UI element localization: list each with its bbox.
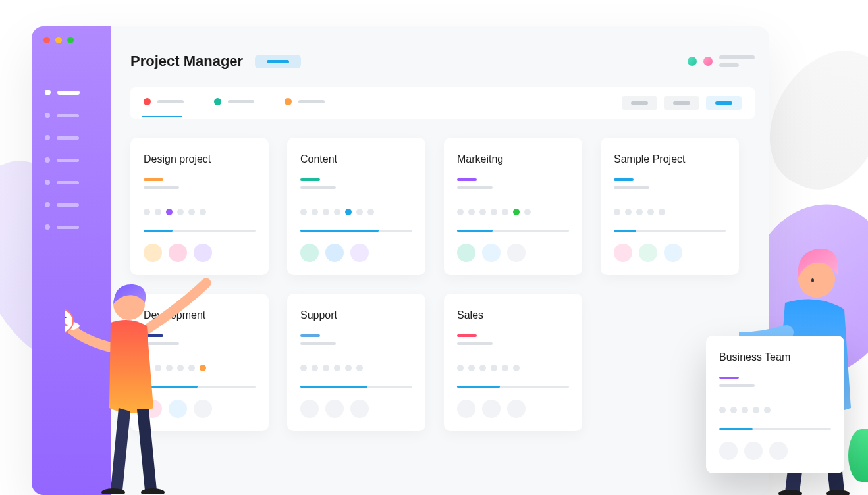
svg-point-10	[826, 490, 850, 495]
sidebar-item-3[interactable]	[45, 157, 111, 163]
floating-project-card[interactable]: Business Team	[706, 336, 844, 473]
card-accent-bar	[457, 178, 477, 181]
window-maximize-button[interactable]	[67, 37, 74, 43]
card-dot	[334, 209, 340, 215]
window-controls	[32, 37, 111, 43]
card-dot	[356, 209, 363, 215]
tab-1[interactable]	[214, 98, 254, 108]
header-user-area	[688, 55, 755, 67]
sidebar-item-2[interactable]	[45, 135, 111, 140]
tab-dot-icon	[285, 98, 292, 105]
tab-bar	[130, 87, 755, 119]
placeholder-line	[57, 181, 79, 184]
tab-action-button-1[interactable]	[664, 96, 699, 110]
placeholder-line	[457, 342, 493, 345]
project-card-1[interactable]: Content	[287, 138, 425, 275]
card-title: Markeitng	[457, 153, 569, 165]
card-title: Sample Project	[614, 153, 726, 165]
tab-2[interactable]	[285, 98, 325, 108]
progress-fill	[457, 230, 493, 232]
tab-0[interactable]	[144, 98, 184, 108]
card-dot-row	[719, 407, 831, 413]
card-title: Sales	[457, 309, 569, 321]
placeholder-line	[57, 136, 79, 140]
avatar-circle	[457, 400, 475, 418]
placeholder-line	[673, 101, 690, 105]
card-dot	[300, 365, 307, 371]
main-content: Project Manager	[130, 53, 755, 495]
progress-fill	[300, 230, 379, 232]
card-avatar-row	[614, 244, 726, 262]
user-name-placeholder	[719, 55, 755, 67]
card-dot	[468, 365, 475, 371]
tab-action-button-0[interactable]	[622, 96, 657, 110]
project-card-0[interactable]: Design project	[130, 138, 269, 275]
card-dot	[177, 209, 184, 215]
progress-bar	[457, 230, 569, 232]
page-header: Project Manager	[130, 53, 755, 70]
card-dot	[345, 365, 352, 371]
card-avatar-row	[457, 400, 569, 418]
tab-dot-icon	[214, 98, 221, 105]
card-dot	[144, 209, 150, 215]
dot-icon	[45, 90, 51, 95]
window-close-button[interactable]	[43, 37, 50, 43]
svg-point-5	[141, 488, 165, 494]
card-dot	[614, 209, 620, 215]
card-avatar-row	[300, 400, 412, 418]
card-dot	[625, 209, 632, 215]
sidebar-item-6[interactable]	[45, 224, 111, 230]
header-action-pill[interactable]	[255, 55, 301, 68]
card-accent-bar	[719, 377, 739, 379]
card-title: Support	[300, 309, 412, 321]
card-dot	[334, 365, 340, 371]
placeholder-line	[57, 114, 79, 117]
card-dot	[345, 209, 352, 215]
progress-fill	[614, 230, 636, 232]
window-minimize-button[interactable]	[55, 37, 62, 43]
progress-fill	[144, 230, 173, 232]
placeholder-line	[57, 91, 80, 95]
card-title: Design project	[144, 153, 256, 165]
avatar-icon[interactable]	[703, 57, 713, 66]
placeholder-line	[144, 186, 179, 189]
sidebar-item-4[interactable]	[45, 180, 111, 185]
project-card-2[interactable]: Markeitng	[444, 138, 582, 275]
card-dot-row	[457, 209, 569, 215]
card-title: Business Team	[719, 352, 831, 363]
card-dot	[502, 209, 508, 215]
project-card-5[interactable]: Support	[287, 294, 425, 431]
sidebar-item-1[interactable]	[45, 113, 111, 118]
tab-action-button-2[interactable]	[706, 96, 742, 110]
card-dot	[502, 365, 508, 371]
card-dot-row	[457, 365, 569, 371]
avatar-circle	[457, 244, 475, 262]
placeholder-line	[457, 186, 493, 189]
card-dot	[323, 365, 329, 371]
avatar-circle	[169, 244, 187, 262]
progress-bar	[719, 428, 831, 430]
dot-icon	[45, 224, 50, 230]
card-dot-row	[144, 209, 256, 215]
card-dot	[479, 365, 486, 371]
placeholder-line	[300, 186, 336, 189]
sidebar-item-5[interactable]	[45, 202, 111, 207]
avatar-circle	[300, 400, 319, 418]
avatar-circle	[325, 400, 344, 418]
dot-icon	[45, 202, 50, 207]
card-dot	[647, 209, 654, 215]
card-accent-bar	[614, 178, 634, 181]
card-dot	[323, 209, 329, 215]
sidebar-item-0[interactable]	[45, 90, 111, 95]
avatar-circle	[639, 244, 657, 262]
placeholder-line	[57, 226, 79, 229]
project-card-6[interactable]: Sales	[444, 294, 582, 431]
avatar-circle	[744, 442, 763, 460]
card-avatar-row	[457, 244, 569, 262]
project-card-3[interactable]: Sample Project	[601, 138, 739, 275]
card-dot	[730, 407, 737, 413]
card-dot	[200, 209, 206, 215]
avatar-circle	[507, 244, 526, 262]
avatar-circle	[664, 244, 682, 262]
placeholder-line	[614, 186, 649, 189]
